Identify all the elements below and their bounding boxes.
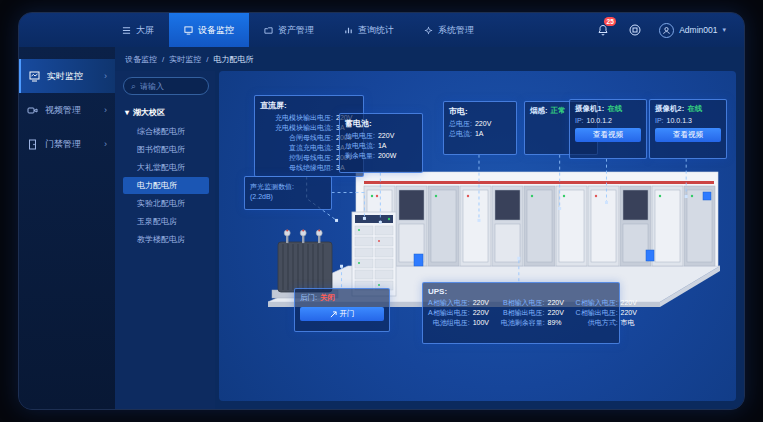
sidebar-item-access-control[interactable]: 门禁管理 ›	[19, 127, 115, 161]
door-status: 关闭	[320, 293, 335, 303]
panel-title: 市电:	[449, 106, 511, 117]
tree-root-node[interactable]: ▾ 湖大校区	[125, 107, 209, 118]
sidebar: 实时监控 › 视频管理 › 门禁管理 ›	[19, 47, 115, 409]
tab-label: 大屏	[136, 24, 154, 37]
tab-dashboard[interactable]: 大屏	[107, 13, 169, 47]
sensor-label: 烟感:	[530, 106, 548, 116]
menu-icon	[122, 26, 131, 35]
wall-device	[414, 254, 423, 266]
metric-label: 剩余电量:	[345, 151, 375, 161]
breadcrumb-separator: /	[162, 55, 164, 64]
topbar-right-group: 25 Admin001 ▾	[595, 13, 744, 47]
station-tree-panel: ⌕ ▾ 湖大校区 综合楼配电所 图书馆配电所 大礼堂配电所 电力配电所 实验北配…	[115, 71, 215, 409]
sidebar-item-video-management[interactable]: 视频管理 ›	[19, 93, 115, 127]
metric-label: 放电电流:	[345, 141, 375, 151]
metric-value: 89%	[548, 318, 570, 328]
realtime-monitor-icon	[29, 71, 40, 82]
breadcrumb-item[interactable]: 设备监控	[125, 54, 157, 65]
tab-label: 查询统计	[358, 24, 394, 37]
tree-item-selected[interactable]: 电力配电所	[123, 177, 209, 194]
username: Admin001	[679, 25, 717, 35]
tree-item[interactable]: 图书馆配电所	[123, 141, 209, 158]
tab-device-monitoring[interactable]: 设备监控	[169, 13, 249, 47]
metric-label: 控制母线电压:	[289, 153, 333, 163]
notifications-button[interactable]: 25	[595, 22, 611, 38]
view-video-button[interactable]: 查看视频	[575, 128, 641, 142]
metric-value: 100V	[473, 318, 495, 328]
tab-system-management[interactable]: 系统管理	[409, 13, 489, 47]
tab-label: 设备监控	[198, 24, 234, 37]
metric-value: 200W	[378, 151, 400, 161]
metric-value: 220V	[548, 308, 570, 318]
tree-item[interactable]: 实验北配电所	[123, 195, 209, 212]
substation-room-view: 直流屏: 充电模块输出电压:220V 充电模块输出电流:3A 合闸母线电压:20…	[219, 71, 736, 401]
metric-value: 220V	[621, 308, 643, 318]
chevron-right-icon: ›	[104, 71, 107, 81]
sidebar-item-label: 视频管理	[45, 104, 81, 117]
ip-label: IP:	[655, 117, 664, 124]
panel-title: UPS:	[428, 287, 614, 296]
camera1-panel: 摄像机1: 在线 IP: 10.0.1.2 查看视频	[569, 99, 647, 159]
metric-value: (2.2dB)	[250, 192, 273, 202]
metric-label: 充电模块输出电压:	[275, 113, 333, 123]
metric-value: 220V	[548, 298, 570, 308]
tree-item[interactable]: 综合楼配电所	[123, 123, 209, 140]
door-icon	[27, 139, 38, 150]
camera2-panel: 摄像机2: 在线 IP: 10.0.1.3 查看视频	[649, 99, 727, 159]
metric-label: 总电压:	[449, 119, 472, 129]
settings-icon	[424, 26, 433, 35]
panel-title: 蓄电池:	[345, 118, 417, 129]
metric-label: C相输出电压:	[576, 308, 618, 318]
user-icon	[662, 26, 671, 35]
tree-item[interactable]: 玉泉配电房	[123, 213, 209, 230]
notification-badge: 25	[604, 17, 616, 26]
metric-label: B相输出电压:	[503, 308, 545, 318]
view-video-button[interactable]: 查看视频	[655, 128, 721, 142]
monitor-icon	[184, 26, 193, 35]
fullscreen-button[interactable]	[627, 22, 643, 38]
ip-value: 10.0.1.2	[587, 117, 612, 124]
tree-root-label: 湖大校区	[133, 107, 165, 118]
assets-icon	[264, 26, 273, 35]
metric-label: 直流充电电流:	[289, 143, 333, 153]
tab-query-statistics[interactable]: 查询统计	[329, 13, 409, 47]
open-door-button[interactable]: 开门	[300, 307, 384, 321]
metric-value: 市电	[621, 318, 643, 328]
metric-label: 充电模块输出电流:	[275, 123, 333, 133]
sidebar-item-label: 门禁管理	[45, 138, 81, 151]
ups-panel: UPS: A相输入电压:220V B相输入电压:220V C相输入电压:220V…	[422, 282, 620, 344]
metric-value: 1A	[378, 141, 400, 151]
tree-item[interactable]: 教学楼配电房	[123, 231, 209, 248]
breadcrumb-item[interactable]: 实时监控	[169, 54, 201, 65]
breadcrumb-separator: /	[206, 55, 208, 64]
sidebar-item-realtime-monitoring[interactable]: 实时监控 ›	[19, 59, 115, 93]
tree-item[interactable]: 大礼堂配电所	[123, 159, 209, 176]
metric-value: 220V	[473, 298, 495, 308]
tab-label: 系统管理	[438, 24, 474, 37]
metric-label: B相输入电压:	[503, 298, 545, 308]
stats-icon	[344, 26, 353, 35]
metric-label: 母线绝缘电阻:	[289, 163, 333, 173]
breadcrumb: 设备监控 / 实时监控 / 电力配电所	[115, 47, 744, 71]
top-nav-bar: 大屏 设备监控 资产管理 查询统计 系统管理 25	[19, 13, 744, 47]
metric-label: 电池剩余容量:	[501, 318, 545, 328]
metric-value: 220V	[621, 298, 643, 308]
metric-label: 合闸母线电压:	[289, 133, 333, 143]
camera-status: 在线	[607, 104, 622, 114]
metric-value: 220V	[378, 131, 400, 141]
metric-label: A相输入电压:	[428, 298, 470, 308]
door-label: 后门:	[300, 293, 317, 303]
breadcrumb-item-current: 电力配电所	[213, 54, 253, 65]
avatar	[659, 23, 674, 38]
fullscreen-icon	[629, 24, 641, 36]
metric-label: 电池组电压:	[433, 318, 470, 328]
app-window: 大屏 设备监控 资产管理 查询统计 系统管理 25	[18, 12, 745, 410]
panel-title: 直流屏:	[260, 100, 358, 111]
metric-label: 供电方式:	[588, 318, 618, 328]
user-menu[interactable]: Admin001 ▾	[659, 23, 726, 38]
metric-value: 1A	[475, 129, 497, 139]
search-input[interactable]	[140, 82, 201, 91]
tab-asset-management[interactable]: 资产管理	[249, 13, 329, 47]
metric-value: 220V	[475, 119, 497, 129]
search-icon: ⌕	[131, 81, 136, 92]
